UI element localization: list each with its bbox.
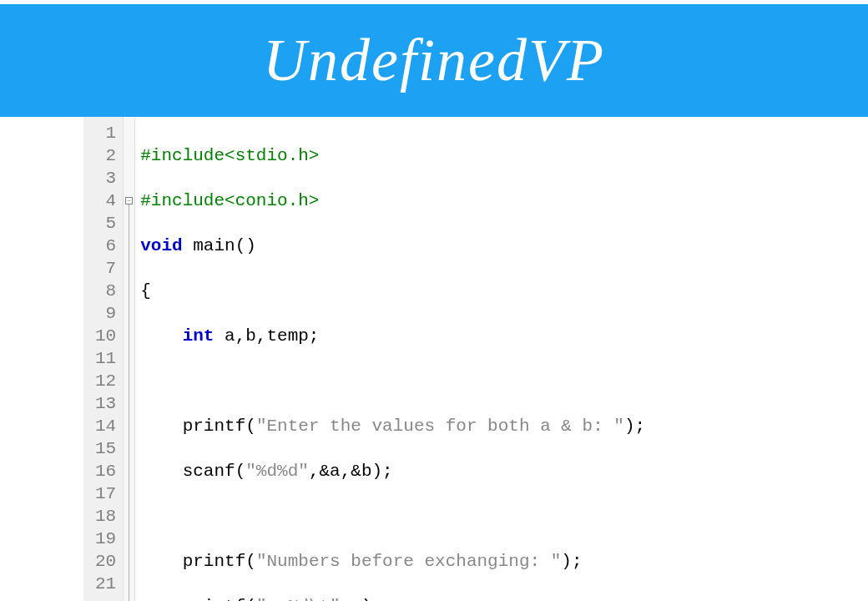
indent-token [140,326,182,346]
string-token: "%d%d" [245,462,309,481]
line-number: 3 [95,167,116,189]
space-token [183,236,194,255]
paren-token: ); [624,417,645,436]
line-number-gutter: 1 2 3 4 5 6 7 8 9 10 11 12 13 14 15 16 1… [83,117,124,601]
line-number: 4 [95,189,116,212]
code-line: scanf("%d%d",&a,&b); [140,460,645,482]
args-token: ,&a,&b [309,462,372,481]
line-number: 7 [95,257,116,280]
paren-token: ); [561,552,582,571]
paren-token: () [235,236,256,255]
identifier-token: printf [183,597,246,601]
code-line: #include<stdio.h> [140,144,645,167]
line-number: 6 [95,235,116,257]
header-banner: UndefinedVP [0,4,868,117]
fold-toggle-icon[interactable]: − [125,197,133,205]
identifier-token: main [193,236,235,255]
line-number: 8 [95,280,116,302]
line-number: 19 [95,528,116,550]
line-number: 20 [95,550,116,573]
line-number: 18 [95,505,116,528]
code-line: { [140,280,645,302]
identifier-token: printf [183,552,246,571]
line-number: 11 [95,347,116,370]
code-line [140,370,645,392]
line-number: 15 [95,437,116,460]
keyword-token: int [183,326,214,346]
indent-token [140,462,182,481]
keyword-token: void [140,236,182,255]
paren-token: ( [245,597,256,601]
line-number: 1 [95,122,116,144]
code-line: printf("Numbers before exchanging: "); [140,550,645,573]
line-number: 17 [95,482,116,505]
fold-column: − [124,117,135,601]
code-line [140,505,645,528]
string-token: "Numbers before exchanging: " [256,552,561,571]
identifier-token: printf [183,417,246,436]
identifier-token: scanf [183,462,235,481]
indent-token [140,597,182,601]
paren-token: ( [245,417,256,436]
line-number: 21 [95,573,116,595]
paren-token: ); [372,462,393,481]
header-name-token: <conio.h> [225,191,319,210]
code-line: printf("a=%d\t",a); [140,595,645,601]
preprocessor-token: #include [140,191,225,210]
declaration-token: a,b,temp; [214,326,319,346]
brace-token: { [140,281,151,300]
indent-token [140,417,182,436]
code-area[interactable]: #include<stdio.h> #include<conio.h> void… [135,117,645,601]
paren-token: ); [361,597,382,601]
paren-token: ( [245,552,256,571]
header-title: UndefinedVP [263,26,605,95]
string-token: "Enter the values for both a & b: " [256,417,624,436]
line-number: 2 [95,144,116,167]
string-token: "a=%d\t" [256,597,341,601]
line-number: 12 [95,370,116,392]
preprocessor-token: #include [140,146,225,165]
paren-token: ( [235,462,246,481]
line-number: 9 [95,302,116,325]
fold-guide-line [129,205,129,601]
code-line: int a,b,temp; [140,325,645,347]
line-number: 16 [95,460,116,482]
line-number: 5 [95,212,116,235]
code-editor: 1 2 3 4 5 6 7 8 9 10 11 12 13 14 15 16 1… [0,117,868,601]
header-name-token: <stdio.h> [225,146,319,165]
args-token: ,a [341,597,361,601]
line-number: 13 [95,392,116,415]
line-number: 14 [95,415,116,437]
code-line: printf("Enter the values for both a & b:… [140,415,645,437]
code-line: #include<conio.h> [140,189,645,212]
code-line: void main() [140,235,645,257]
line-number: 10 [95,325,116,347]
indent-token [140,552,182,571]
